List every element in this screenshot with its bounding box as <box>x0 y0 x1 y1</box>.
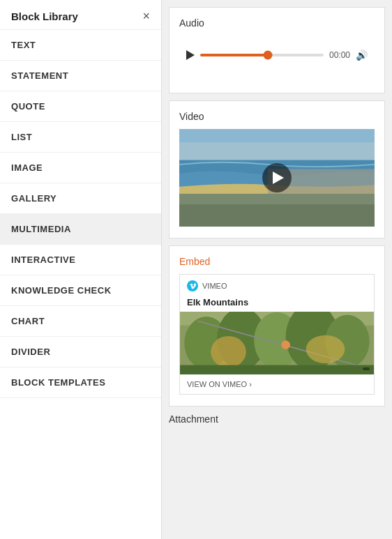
vimeo-icon <box>187 280 198 291</box>
svg-point-15 <box>211 336 246 367</box>
video-thumbnail[interactable] <box>179 129 375 227</box>
sidebar-item-image[interactable]: IMAGE <box>0 153 161 183</box>
sidebar-item-list[interactable]: LIST <box>0 122 161 153</box>
embed-card-header: VIMEO <box>180 275 374 297</box>
video-label: Video <box>179 111 375 122</box>
main-content: Audio 00:00 🔊 Video <box>162 0 392 539</box>
embed-provider: VIMEO <box>202 282 227 290</box>
sidebar: Block Library × TEXT STATEMENT QUOTE LIS… <box>0 0 162 539</box>
svg-point-16 <box>306 335 345 363</box>
sidebar-item-multimedia[interactable]: MULTIMEDIA <box>0 214 161 245</box>
sidebar-item-divider[interactable]: DIVIDER <box>0 337 161 367</box>
svg-rect-17 <box>180 365 374 374</box>
attachment-label: Attachment <box>162 407 392 425</box>
sidebar-item-interactive[interactable]: INTERACTIVE <box>0 245 161 275</box>
audio-track[interactable] <box>200 54 324 56</box>
svg-point-14 <box>281 340 290 349</box>
embed-card-title: Elk Mountains <box>180 297 374 312</box>
audio-progress <box>200 54 268 56</box>
embed-duration-badge <box>363 367 370 370</box>
sidebar-header: Block Library × <box>0 0 161 30</box>
sidebar-item-knowledge-check[interactable]: KNOWLEDGE CHECK <box>0 275 161 306</box>
sidebar-item-chart[interactable]: CHART <box>0 306 161 337</box>
audio-volume-icon[interactable]: 🔊 <box>356 50 368 61</box>
audio-thumb <box>264 51 273 60</box>
embed-block: Embed VIMEO Elk Mountains <box>169 245 385 407</box>
embed-thumbnail[interactable] <box>180 312 374 374</box>
embed-card: VIMEO Elk Mountains <box>179 274 375 395</box>
video-block: Video <box>169 100 385 238</box>
sidebar-item-quote[interactable]: QUOTE <box>0 91 161 122</box>
video-play-overlay[interactable] <box>179 129 375 227</box>
embed-view-link[interactable]: VIEW ON VIMEO › <box>180 374 374 394</box>
sidebar-item-statement[interactable]: STATEMENT <box>0 61 161 91</box>
audio-time: 00:00 <box>329 50 350 60</box>
audio-play-button[interactable] <box>186 50 195 60</box>
sidebar-title: Block Library <box>11 10 78 22</box>
audio-player: 00:00 🔊 <box>179 50 375 61</box>
audio-block: Audio 00:00 🔊 <box>169 7 385 93</box>
close-icon[interactable]: × <box>142 10 150 22</box>
video-play-circle <box>262 163 292 192</box>
sidebar-item-block-templates[interactable]: BLOCK TEMPLATES <box>0 367 161 398</box>
sidebar-item-gallery[interactable]: GALLERY <box>0 183 161 214</box>
sidebar-item-text[interactable]: TEXT <box>0 30 161 61</box>
embed-label: Embed <box>179 256 375 267</box>
audio-label: Audio <box>179 17 375 29</box>
video-play-icon <box>273 172 284 184</box>
